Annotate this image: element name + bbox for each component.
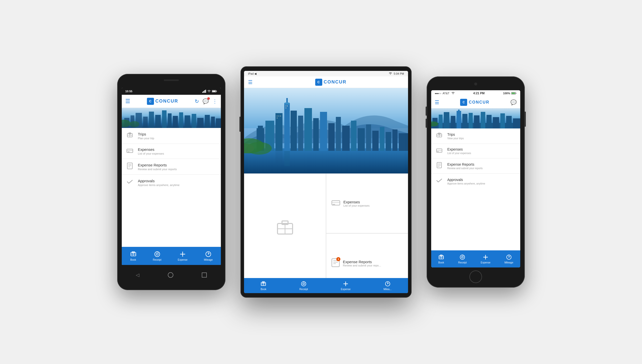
tablet-app-header: ☰ C CONCUR — [244, 76, 408, 88]
book-tab-label: Book — [130, 258, 136, 261]
svg-rect-112 — [516, 93, 516, 94]
svg-rect-24 — [216, 118, 221, 128]
svg-rect-113 — [512, 93, 515, 94]
svg-rect-20 — [192, 114, 196, 128]
tablet-menu-icon[interactable]: ☰ — [248, 79, 253, 85]
svg-rect-11 — [136, 113, 142, 128]
trips-icon — [126, 131, 134, 140]
tablet-book-icon — [260, 281, 266, 287]
iphone-tab-bar: Book Receipt — [431, 250, 520, 267]
iphone-menu-icon[interactable]: ☰ — [435, 99, 439, 105]
iphone-menu-trips[interactable]: Trips View your trips — [431, 128, 520, 144]
svg-rect-66 — [336, 117, 341, 151]
tab-mileage[interactable]: Mileage — [204, 251, 213, 261]
recents-button[interactable] — [202, 272, 207, 278]
svg-rect-121 — [458, 110, 460, 112]
grid-cell-trips[interactable]: Trips View your trips — [244, 173, 326, 293]
back-button[interactable]: ◁ — [136, 272, 139, 278]
tablet-tab-mileage[interactable]: Milea... — [383, 281, 391, 291]
svg-rect-118 — [444, 112, 449, 128]
svg-line-106 — [305, 282, 305, 283]
svg-point-154 — [508, 257, 509, 257]
android-tab-bar: Book Receipt — [122, 247, 221, 265]
iphone-trips-text: Trips View your trips — [447, 132, 464, 140]
android-time: 10:55 — [125, 90, 132, 93]
more-icon[interactable]: ⋮ — [212, 98, 217, 104]
svg-rect-120 — [457, 111, 461, 128]
svg-rect-60 — [291, 111, 297, 151]
tablet-tab-receipt[interactable]: Receipt — [299, 281, 308, 291]
svg-rect-127 — [493, 117, 499, 128]
svg-rect-59 — [285, 103, 289, 105]
menu-item-expenses[interactable]: Expenses List of your expenses — [122, 144, 221, 159]
tablet-tab-expense[interactable]: Expense — [341, 281, 351, 291]
tablet-concur-logo: C CONCUR — [315, 79, 347, 86]
concur-logo: C CONCUR — [147, 98, 178, 105]
iphone-battery-area: 100% — [503, 92, 517, 95]
iphone-approvals-icon — [435, 177, 443, 185]
iphone-menu-expenses[interactable]: Expenses List of your expenses — [431, 144, 520, 158]
svg-rect-126 — [487, 115, 492, 128]
iphone-battery-icon — [511, 92, 517, 95]
tab-book[interactable]: Book — [130, 251, 137, 261]
svg-rect-13 — [149, 112, 154, 128]
svg-point-25 — [122, 120, 131, 127]
iphone-time: 4:21 PM — [473, 92, 485, 95]
concur-logo-box: C — [147, 98, 154, 105]
menu-item-approvals[interactable]: Approvals Approve items anywhere, anytim… — [122, 175, 221, 190]
tablet-receipt-icon — [301, 281, 307, 287]
svg-rect-81 — [277, 116, 277, 116]
svg-rect-1 — [203, 91, 204, 93]
tablet-wifi-icon — [389, 72, 392, 75]
iphone-receipt-label: Receipt — [458, 261, 467, 264]
iphone-wifi-icon — [451, 92, 455, 95]
iphone-chat-icon[interactable]: 💬 — [510, 99, 517, 105]
iphone-tab-mileage[interactable]: Mileage — [504, 254, 513, 264]
svg-rect-67 — [342, 126, 350, 151]
svg-rect-19 — [185, 115, 190, 128]
svg-rect-62 — [304, 108, 312, 151]
home-button[interactable] — [168, 272, 173, 278]
svg-rect-123 — [469, 113, 473, 128]
iphone-tab-receipt[interactable]: Receipt — [458, 254, 467, 264]
grid-cell-expenses[interactable]: Expenses List of your expenses — [326, 173, 408, 233]
tablet-tab-book[interactable]: Book — [260, 281, 266, 291]
iphone-home-button[interactable] — [469, 270, 482, 283]
tab-receipt[interactable]: Receipt — [153, 251, 162, 261]
tablet-tab-bar: Book Receipt Expense — [244, 278, 408, 293]
tablet-time: 5:04 PM — [394, 72, 404, 75]
svg-rect-21 — [197, 118, 204, 128]
android-screen: 10:55 — [122, 88, 221, 265]
svg-rect-94 — [333, 204, 335, 205]
svg-rect-122 — [462, 114, 467, 128]
iphone-menu-approvals[interactable]: Approvals Approve items anywhere, anytim… — [431, 174, 520, 189]
menu-item-expense-reports[interactable]: Expense Reports Review and submit your r… — [122, 159, 221, 175]
svg-rect-71 — [372, 131, 379, 151]
iphone-expense-reports-text: Expense Reports Review and submit your r… — [447, 162, 483, 170]
svg-point-49 — [208, 254, 209, 254]
expenses-icon — [126, 148, 134, 155]
iphone-menu-expense-reports[interactable]: Expense Reports Review and submit your r… — [431, 158, 520, 174]
menu-icon[interactable]: ☰ — [125, 98, 130, 105]
menu-item-trips[interactable]: Trips Plan your trip — [122, 128, 221, 144]
svg-rect-32 — [127, 150, 133, 151]
tablet-receipt-label: Receipt — [299, 288, 308, 291]
svg-rect-130 — [513, 118, 520, 128]
svg-rect-7 — [122, 108, 221, 128]
tablet-status-icons: 5:04 PM — [389, 72, 404, 75]
android-speaker — [164, 79, 179, 81]
tab-expense[interactable]: Expense — [178, 251, 187, 261]
svg-point-148 — [462, 256, 463, 258]
iphone-approvals-text: Approvals Approve items anywhere, anytim… — [447, 178, 485, 185]
svg-rect-128 — [500, 113, 505, 128]
svg-rect-5 — [216, 91, 217, 92]
svg-rect-138 — [437, 151, 439, 152]
trips-menu-text: Trips Plan your trip — [138, 132, 154, 140]
refresh-icon[interactable]: ↻ — [195, 98, 199, 104]
expense-reports-badge: 3 — [336, 257, 340, 261]
iphone-tab-book[interactable]: Book — [438, 254, 444, 264]
iphone-tab-expense[interactable]: Expense — [481, 254, 491, 264]
svg-rect-16 — [168, 113, 172, 128]
android-menu-list: Trips Plan your trip — [122, 128, 221, 247]
svg-rect-10 — [131, 115, 134, 128]
